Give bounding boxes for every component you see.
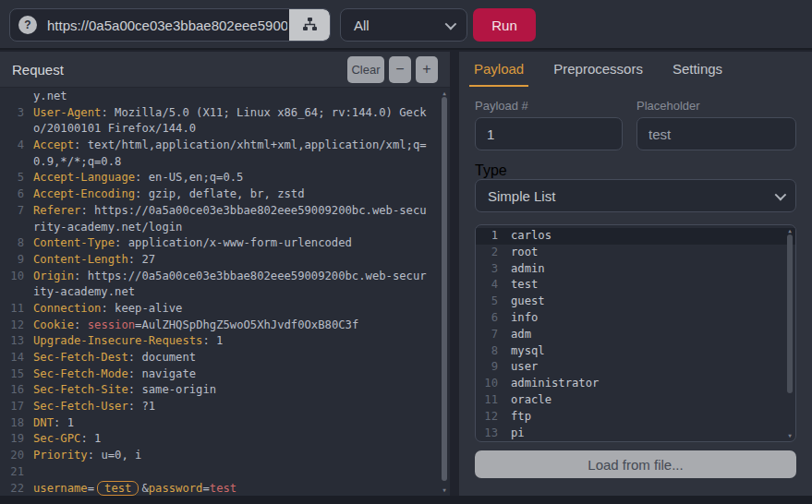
request-scrollbar-thumb[interactable] — [442, 97, 447, 481]
request-line: 0.9,*/*;q=0.8 — [0, 154, 450, 171]
type-field-group: Type Simple List — [475, 162, 796, 212]
payload-list-item: 6info — [476, 310, 795, 327]
payload-list-item: 12ftp — [476, 409, 795, 426]
url-input-group: ? — [9, 8, 331, 42]
request-line: ity-academy.net — [0, 284, 450, 301]
request-line: 9Content-Length: 27 — [0, 252, 450, 269]
payload-placeholder-marker: test — [97, 481, 139, 496]
scroll-up-icon[interactable]: ▲ — [440, 90, 449, 97]
decrease-font-button[interactable]: − — [389, 56, 411, 83]
request-line: 14Sec-Fetch-Dest: document — [0, 350, 450, 366]
request-line: 22username=test&password=test — [0, 481, 450, 497]
placeholder-input[interactable] — [636, 117, 796, 150]
scroll-down-icon[interactable]: ▼ — [785, 432, 794, 439]
type-label: Type — [475, 162, 796, 179]
run-button[interactable]: Run — [473, 8, 536, 42]
payload-list-editor[interactable]: 1carlos2root3admin4test5guest6info7adm8m… — [475, 224, 796, 442]
request-line: 19Sec-GPC: 1 — [0, 431, 450, 448]
scope-select-value: All — [354, 18, 370, 33]
request-line: 6Accept-Encoding: gzip, deflate, br, zst… — [0, 186, 450, 203]
chevron-down-icon — [445, 18, 457, 30]
help-button[interactable]: ? — [10, 9, 45, 41]
payload-number-field-group: Payload # — [475, 99, 623, 150]
payload-number-input[interactable] — [475, 117, 623, 150]
payload-number-label: Payload # — [475, 99, 623, 113]
payload-list-item: 5guest — [476, 294, 795, 310]
payload-list-item: 1carlos — [476, 228, 795, 245]
payload-panel: Payload Preprocessors Settings Payload #… — [459, 52, 812, 496]
request-line: 16Sec-Fetch-Site: same-origin — [0, 382, 450, 399]
payload-list-item: 13pi — [476, 426, 795, 442]
scroll-up-icon[interactable]: ▲ — [785, 227, 794, 234]
scroll-down-icon[interactable]: ▼ — [440, 486, 449, 494]
request-line: 20Priority: u=0, i — [0, 448, 450, 464]
placeholder-field-group: Placeholder — [636, 99, 796, 150]
sitemap-icon — [302, 17, 318, 34]
request-line: 10Origin: https://0a5a00ce03e3bbae802eee… — [0, 269, 450, 285]
request-panel: Request Clear − + y.net3User-Agent: Mozi… — [0, 52, 450, 496]
placeholder-label: Placeholder — [636, 99, 796, 113]
request-line: 13Upgrade-Insecure-Requests: 1 — [0, 333, 450, 350]
payload-list-scrollbar: ▲ ▼ — [785, 225, 794, 441]
request-line: 3User-Agent: Mozilla/5.0 (X11; Linux x86… — [0, 105, 450, 122]
request-line: 8Content-Type: application/x-www-form-ur… — [0, 235, 450, 252]
payload-scrollbar-thumb[interactable] — [787, 234, 793, 393]
payload-list-item: 9user — [476, 359, 795, 376]
request-line: 4Accept: text/html,application/xhtml+xml… — [0, 138, 450, 154]
payload-list-item: 10administrator — [476, 376, 795, 392]
tab-preprocessors[interactable]: Preprocessors — [549, 52, 648, 87]
request-panel-header: Request Clear − + — [0, 52, 450, 88]
request-line: 21 — [0, 464, 450, 481]
bottom-edge — [0, 496, 812, 504]
payload-list-item: 11oracle — [476, 392, 795, 409]
request-panel-title: Request — [12, 62, 64, 78]
payload-list-item: 7adm — [476, 327, 795, 343]
tab-payload[interactable]: Payload — [469, 52, 528, 87]
increase-font-button[interactable]: + — [416, 56, 438, 83]
top-bar: ? All Run — [0, 0, 812, 50]
type-select[interactable]: Simple List — [475, 179, 796, 212]
payload-list-item: 2root — [476, 245, 795, 261]
url-input[interactable] — [45, 9, 289, 41]
request-line: 17Sec-Fetch-User: ?1 — [0, 399, 450, 415]
clear-button[interactable]: Clear — [347, 56, 384, 83]
sitemap-button[interactable] — [289, 9, 330, 41]
load-from-file-button[interactable]: Load from file... — [475, 450, 796, 478]
request-lines: y.net3User-Agent: Mozilla/5.0 (X11; Linu… — [0, 89, 450, 496]
payload-tabbar: Payload Preprocessors Settings — [459, 52, 812, 87]
chevron-down-icon — [775, 188, 787, 200]
request-line: 18DNT: 1 — [0, 415, 450, 432]
tab-settings[interactable]: Settings — [668, 52, 727, 87]
request-line: 11Connection: keep-alive — [0, 301, 450, 318]
request-line: o/20100101 Firefox/144.0 — [0, 121, 450, 138]
payload-tab-content: Payload # Placeholder Type Simple List 1… — [459, 87, 812, 478]
request-editor-scrollbar: ▲ ▼ — [440, 88, 449, 496]
payload-list-item: 8mysql — [476, 343, 795, 360]
request-line: 12Cookie: session=AulZHQSpDhgZ5woO5XhJvd… — [0, 318, 450, 334]
request-line: 5Accept-Language: en-US,en;q=0.5 — [0, 170, 450, 186]
request-line: rity-academy.net/login — [0, 220, 450, 236]
payload-list-item: 3admin — [476, 261, 795, 278]
help-icon: ? — [18, 16, 37, 34]
request-line: 15Sec-Fetch-Mode: navigate — [0, 366, 450, 383]
payload-list-item: 4test — [476, 277, 795, 294]
scope-select[interactable]: All — [340, 8, 467, 42]
request-line: 7Referer: https://0a5a00ce03e3bbae802eee… — [0, 203, 450, 220]
request-editor[interactable]: y.net3User-Agent: Mozilla/5.0 (X11; Linu… — [0, 88, 450, 496]
request-line: y.net — [0, 89, 450, 105]
payload-rows: 1carlos2root3admin4test5guest6info7adm8m… — [476, 228, 795, 441]
type-select-value: Simple List — [488, 188, 555, 204]
